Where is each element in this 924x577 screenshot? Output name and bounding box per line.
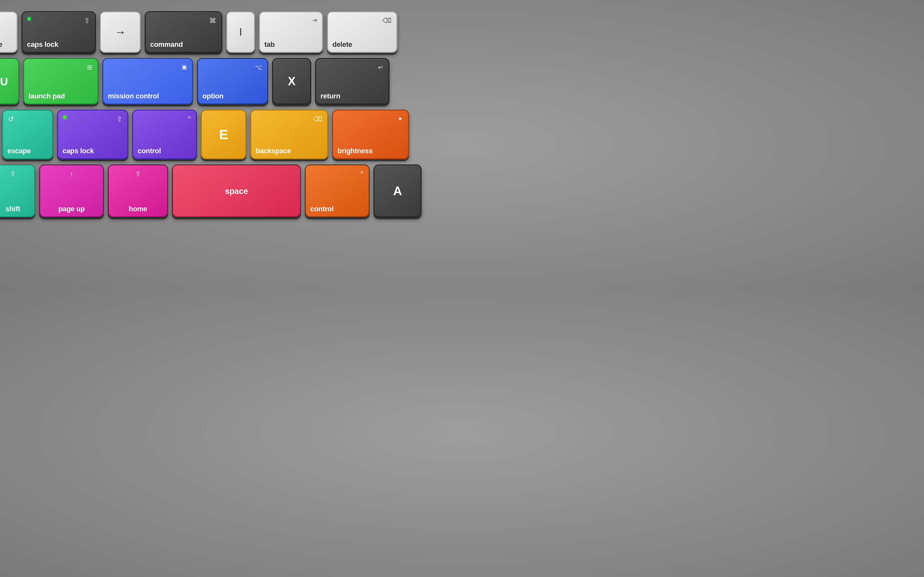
caps-lock-led bbox=[27, 17, 31, 21]
right-arrow-key[interactable]: → bbox=[100, 11, 141, 53]
caps-lock-key[interactable]: ⇧ caps lock bbox=[21, 11, 96, 53]
page-up-key[interactable]: ↑ page up bbox=[39, 164, 104, 218]
control-2-key[interactable]: ^ control bbox=[305, 164, 370, 218]
home-key[interactable]: ⇧ home bbox=[108, 164, 168, 218]
caps-lock-2-key[interactable]: ⇧ caps lock bbox=[57, 110, 128, 159]
escape-key[interactable]: ↺ escape bbox=[2, 110, 53, 159]
keyboard: pe ⇧ caps lock → ⌘ command l ⇥ tab ⌫ bbox=[0, 0, 462, 288]
type-key[interactable]: pe bbox=[0, 11, 18, 53]
launch-pad-key[interactable]: ⊞ launch pad bbox=[23, 58, 99, 105]
delete-key[interactable]: ⌫ delete bbox=[327, 11, 397, 53]
brightness-key[interactable]: ✦ brightness bbox=[332, 110, 409, 159]
option-key[interactable]: ⌥ option bbox=[197, 58, 268, 105]
control-key[interactable]: ^ control bbox=[132, 110, 197, 159]
a-key[interactable]: A bbox=[373, 164, 422, 218]
return-key[interactable]: ↵ return bbox=[315, 58, 389, 105]
shift-key[interactable]: ⇧ shift bbox=[0, 164, 35, 218]
x-key[interactable]: X bbox=[272, 58, 311, 105]
space-key[interactable]: space bbox=[172, 164, 301, 218]
command-key[interactable]: ⌘ command bbox=[145, 11, 222, 53]
mission-control-key[interactable]: ▣ mission control bbox=[102, 58, 193, 105]
backspace-key[interactable]: ⌫ backspace bbox=[250, 110, 328, 159]
e-key[interactable]: E bbox=[201, 110, 246, 159]
l-key[interactable]: l bbox=[226, 11, 255, 53]
tab-key[interactable]: ⇥ tab bbox=[259, 11, 323, 53]
u-key[interactable]: U bbox=[0, 58, 19, 105]
caps-lock-2-led bbox=[63, 116, 66, 119]
